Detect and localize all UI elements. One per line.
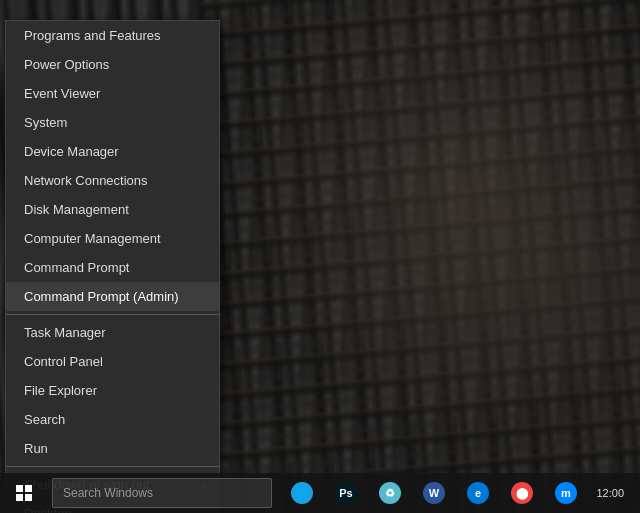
taskbar-icon-shape-photoshop: Ps [335,482,357,504]
taskbar-icon-chrome[interactable]: ⬤ [502,473,542,513]
menu-item-command-prompt[interactable]: Command Prompt [6,253,219,282]
taskbar-icon-photoshop[interactable]: Ps [326,473,366,513]
menu-item-label-disk-management: Disk Management [24,202,129,217]
menu-item-label-command-prompt: Command Prompt [24,260,129,275]
menu-item-network-connections[interactable]: Network Connections [6,166,219,195]
menu-item-label-control-panel: Control Panel [24,354,103,369]
menu-item-file-explorer[interactable]: File Explorer [6,376,219,405]
taskbar-icon-shape-recycle: ♻ [379,482,401,504]
taskbar-icon-messenger[interactable]: m [546,473,586,513]
menu-item-event-viewer[interactable]: Event Viewer [6,79,219,108]
menu-item-label-run: Run [24,441,48,456]
menu-item-command-prompt-admin[interactable]: Command Prompt (Admin) [6,282,219,311]
menu-item-label-programs-features: Programs and Features [24,28,161,43]
menu-item-label-power-options: Power Options [24,57,109,72]
taskbar-icons: 🌐Ps♻We⬤m [278,473,586,513]
menu-item-power-options[interactable]: Power Options [6,50,219,79]
menu-divider [6,466,219,467]
menu-item-search[interactable]: Search [6,405,219,434]
menu-item-label-network-connections: Network Connections [24,173,148,188]
taskbar-search[interactable]: Search Windows [52,478,272,508]
menu-item-label-system: System [24,115,67,130]
menu-item-label-task-manager: Task Manager [24,325,106,340]
menu-item-task-manager[interactable]: Task Manager [6,318,219,347]
menu-item-disk-management[interactable]: Disk Management [6,195,219,224]
menu-item-label-search: Search [24,412,65,427]
menu-item-label-device-manager: Device Manager [24,144,119,159]
menu-item-label-command-prompt-admin: Command Prompt (Admin) [24,289,179,304]
taskbar-icon-recycle[interactable]: ♻ [370,473,410,513]
menu-item-label-event-viewer: Event Viewer [24,86,100,101]
menu-item-run[interactable]: Run [6,434,219,463]
start-button[interactable] [0,473,48,513]
menu-item-label-file-explorer: File Explorer [24,383,97,398]
taskbar-icon-word[interactable]: W [414,473,454,513]
taskbar-icon-shape-word: W [423,482,445,504]
taskbar: Search Windows 🌐Ps♻We⬤m 12:00 [0,473,640,513]
menu-item-computer-management[interactable]: Computer Management [6,224,219,253]
context-menu: Programs and FeaturesPower OptionsEvent … [5,20,220,513]
windows-logo-icon [16,485,32,501]
taskbar-icon-edge[interactable]: e [458,473,498,513]
taskbar-icon-shape-messenger: m [555,482,577,504]
menu-divider [6,314,219,315]
menu-item-label-computer-management: Computer Management [24,231,161,246]
menu-item-device-manager[interactable]: Device Manager [6,137,219,166]
menu-item-programs-features[interactable]: Programs and Features [6,21,219,50]
menu-item-system[interactable]: System [6,108,219,137]
tray-time: 12:00 [596,487,624,499]
system-tray: 12:00 [596,473,640,513]
taskbar-icon-shape-chrome: ⬤ [511,482,533,504]
taskbar-icon-shape-ie: 🌐 [291,482,313,504]
menu-item-control-panel[interactable]: Control Panel [6,347,219,376]
taskbar-icon-ie[interactable]: 🌐 [282,473,322,513]
search-placeholder: Search Windows [63,486,153,500]
taskbar-icon-shape-edge: e [467,482,489,504]
